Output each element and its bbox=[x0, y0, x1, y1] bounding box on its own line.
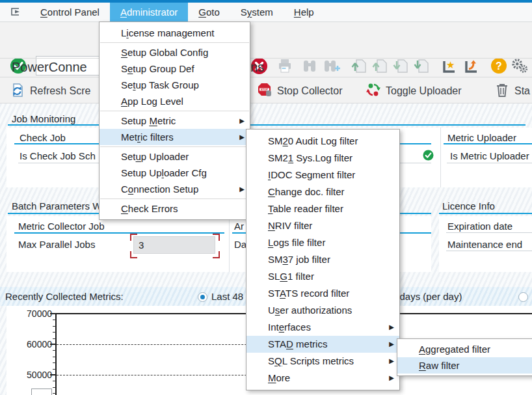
menu-item-setup-group-def[interactable]: Setup Group Def bbox=[100, 61, 250, 77]
menubar-item-administrator[interactable]: Administrator bbox=[110, 3, 188, 21]
stad-metrics-submenu: Aggregated filterRaw filter bbox=[397, 338, 532, 376]
chart-legend-partial bbox=[31, 388, 52, 395]
batch-parameters-title: Batch Parameters W bbox=[12, 200, 101, 211]
menubar-item-goto[interactable]: Goto bbox=[188, 3, 230, 21]
cursor-corner bbox=[213, 234, 220, 241]
menu-item-more[interactable]: More▶ bbox=[246, 370, 399, 387]
menu-bar: Control PanelAdministratorGotoSystemHelp bbox=[0, 3, 532, 22]
svg-text:★: ★ bbox=[446, 59, 455, 70]
menu-item-stad-metrics[interactable]: STAD metrics▶ bbox=[246, 336, 399, 353]
menu-item-license-management[interactable]: License management bbox=[100, 25, 250, 41]
y-axis-minor-tick bbox=[53, 393, 56, 394]
metric-filters-submenu: SM20 Audit Log filterSM21 Sys.Log filter… bbox=[246, 129, 400, 390]
menu-item-label: Check Errors bbox=[121, 203, 178, 214]
last-48h-radio[interactable] bbox=[198, 292, 207, 302]
menu-item-setup-metric[interactable]: Setup Metric▶ bbox=[100, 113, 250, 129]
menu-item-label: Setup Uploader Cfg bbox=[121, 167, 207, 178]
page-down-icon[interactable] bbox=[392, 57, 410, 75]
menu-item-logs-file-filter[interactable]: Logs file filter bbox=[246, 234, 399, 251]
y-axis-minor-tick bbox=[53, 362, 56, 363]
7-days-radio[interactable] bbox=[518, 292, 528, 302]
y-axis-minor-tick bbox=[53, 350, 56, 351]
y-axis-tick-label: 70000 bbox=[20, 308, 52, 319]
submenu-arrow-icon: ▶ bbox=[239, 181, 245, 197]
expiration-date-label: Expiration date bbox=[447, 221, 512, 232]
max-parallel-jobs-field[interactable]: 3 bbox=[133, 236, 215, 254]
menu-item-label: SM37 job filter bbox=[268, 254, 330, 265]
toggle-uploader-button[interactable]: Toggle Uploader bbox=[366, 80, 462, 102]
new-session-icon[interactable]: ★ bbox=[441, 57, 459, 75]
submenu-arrow-icon: ▶ bbox=[389, 353, 394, 370]
y-axis-major-tick bbox=[50, 344, 56, 345]
menu-item-table-reader-filter[interactable]: Table reader filter bbox=[246, 200, 399, 217]
toggle-uploader-label: Toggle Uploader bbox=[386, 85, 462, 97]
find-icon[interactable] bbox=[300, 57, 319, 75]
metric-uploader-underline bbox=[444, 143, 532, 144]
menu-separator bbox=[100, 198, 249, 199]
system-menu-icon[interactable] bbox=[0, 3, 30, 21]
refresh-screen-button[interactable]: Refresh Scre bbox=[9, 80, 90, 102]
menubar-item-system[interactable]: System bbox=[230, 3, 284, 21]
page-title: PowerConne bbox=[12, 60, 87, 75]
customize-icon[interactable] bbox=[511, 57, 529, 75]
menu-item-connection-setup[interactable]: Connection Setup▶ bbox=[100, 181, 250, 197]
cursor-corner bbox=[213, 251, 220, 258]
menu-item-sm37-job-filter[interactable]: SM37 job filter bbox=[246, 251, 399, 268]
print-icon[interactable] bbox=[276, 57, 294, 75]
menu-item-idoc-segment-filter[interactable]: IDOC Segment filter bbox=[246, 167, 399, 184]
menu-item-sm20-audit-log-filter[interactable]: SM20 Audit Log filter bbox=[246, 133, 399, 150]
svg-text:?: ? bbox=[496, 61, 502, 72]
menu-item-sm21-sys-log-filter[interactable]: SM21 Sys.Log filter bbox=[246, 150, 399, 167]
stop-collector-button[interactable]: STOP Stop Collector bbox=[257, 80, 343, 102]
help-icon[interactable]: ? bbox=[490, 57, 508, 75]
menu-item-aggregated-filter[interactable]: Aggregated filter bbox=[397, 341, 532, 357]
menu-item-check-errors[interactable]: Check Errors bbox=[100, 200, 250, 217]
metric-collector-job-header: Metric Collector Job bbox=[18, 221, 105, 232]
7-days-label[interactable]: 7 days (per day) bbox=[392, 291, 462, 302]
first-page-icon[interactable] bbox=[350, 57, 368, 75]
find-next-icon[interactable] bbox=[323, 57, 341, 75]
last-page-icon[interactable] bbox=[412, 57, 431, 75]
cursor-corner bbox=[130, 251, 137, 258]
menu-item-sql-scripts-metrics[interactable]: SQL Scripts metrics▶ bbox=[246, 353, 399, 370]
stop-icon: STOP bbox=[257, 82, 273, 100]
menubar-item-help[interactable]: Help bbox=[284, 3, 325, 21]
column-divider bbox=[229, 216, 230, 272]
y-axis-tick-label: 60000 bbox=[20, 339, 52, 349]
administrator-menu: License managementSetup Global ConfigSet… bbox=[99, 21, 250, 220]
menu-item-label: Interfaces bbox=[268, 321, 311, 333]
y-axis-major-tick bbox=[50, 374, 56, 375]
menu-item-setup-global-config[interactable]: Setup Global Config bbox=[100, 44, 250, 61]
maintenance-end-label: Maintenance end bbox=[447, 239, 522, 250]
menubar-item-control-panel[interactable]: Control Panel bbox=[30, 3, 110, 21]
menu-item-interfaces[interactable]: Interfaces▶ bbox=[246, 319, 399, 336]
menu-separator bbox=[100, 42, 249, 43]
menu-item-raw-filter[interactable]: Raw filter bbox=[397, 357, 532, 374]
delete-label: Sta bbox=[514, 85, 530, 97]
y-axis-major-tick bbox=[50, 313, 56, 314]
menu-item-setup-uploader[interactable]: Setup Uploader bbox=[100, 148, 250, 165]
sap-control-panel-window: Control PanelAdministratorGotoSystemHelp bbox=[0, 0, 532, 395]
y-axis-minor-tick bbox=[53, 369, 56, 370]
page-title-fragment: ns bbox=[250, 60, 264, 75]
menu-item-setup-uploader-cfg[interactable]: Setup Uploader Cfg bbox=[100, 165, 250, 181]
menu-item-app-log-level[interactable]: App Log Level bbox=[100, 93, 250, 109]
menu-item-nriv-filter[interactable]: NRIV filter bbox=[246, 217, 399, 234]
menu-item-label: Table reader filter bbox=[268, 203, 343, 214]
menu-item-change-doc-filter[interactable]: Change doc. filter bbox=[246, 184, 399, 200]
menu-item-user-authorizations[interactable]: User authorizations bbox=[246, 302, 399, 319]
menu-item-metric-filters[interactable]: Metric filters▶ bbox=[100, 129, 250, 145]
menu-item-label: SQL Scripts metrics bbox=[268, 355, 354, 366]
menu-item-slg1-filter[interactable]: SLG1 filter bbox=[246, 268, 399, 285]
is-check-job-label: Is Check Job Sch bbox=[20, 150, 96, 161]
menu-item-label: Metric filters bbox=[121, 131, 174, 143]
menu-item-stats-record-filter[interactable]: STATS record filter bbox=[246, 285, 399, 302]
svg-text:STOP: STOP bbox=[261, 88, 269, 91]
menu-item-setup-task-group[interactable]: Setup Task Group bbox=[100, 77, 250, 93]
y-axis-minor-tick bbox=[53, 320, 56, 320]
y-axis-minor-tick bbox=[53, 381, 56, 381]
page-up-icon[interactable] bbox=[371, 57, 389, 75]
delete-button[interactable]: Sta bbox=[494, 80, 530, 102]
shortcut-icon[interactable] bbox=[463, 57, 481, 75]
menu-item-label: SM21 Sys.Log filter bbox=[268, 152, 352, 163]
